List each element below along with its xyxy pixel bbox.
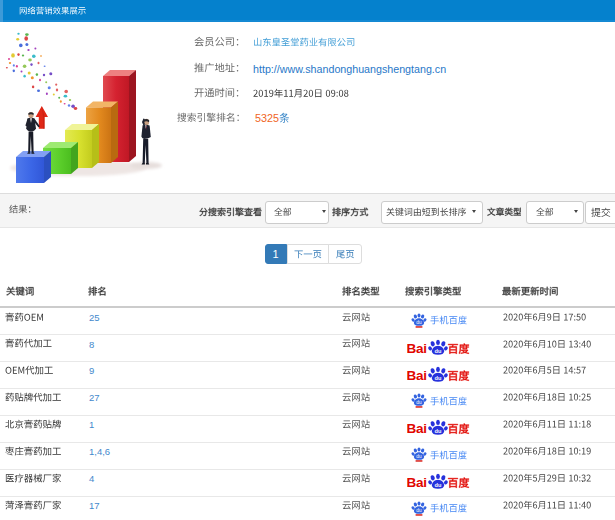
svg-text:du: du xyxy=(416,401,422,406)
svg-text:du: du xyxy=(435,348,442,354)
svg-text:Bai: Bai xyxy=(407,341,427,356)
svg-text:du: du xyxy=(435,428,442,434)
svg-text:Bai: Bai xyxy=(407,421,427,436)
svg-text:du: du xyxy=(416,320,422,325)
svg-text:Bai: Bai xyxy=(407,475,427,490)
svg-text:du: du xyxy=(416,508,422,513)
svg-text:du: du xyxy=(416,454,422,459)
svg-text:du: du xyxy=(435,482,442,488)
svg-text:Bai: Bai xyxy=(407,368,427,383)
svg-text:du: du xyxy=(435,375,442,381)
